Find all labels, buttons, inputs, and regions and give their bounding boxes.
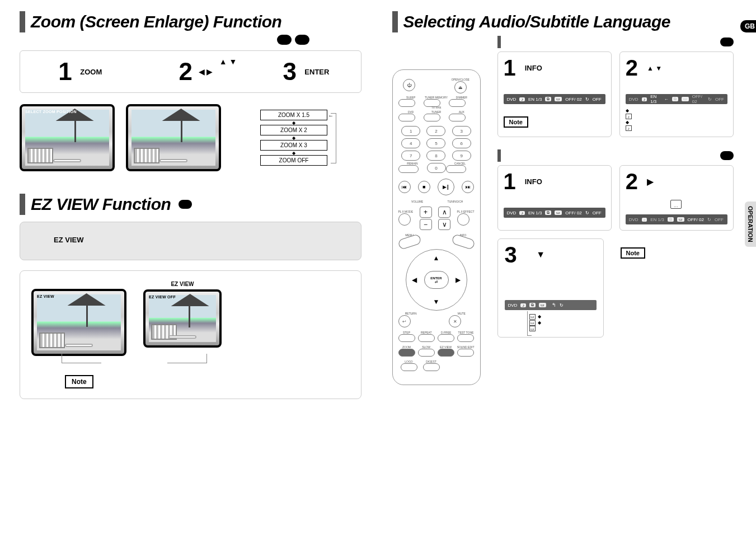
audio-step-2: 2 ▲ ▼ DVD ♪ EN 1/3 ← ⧉ ▭ OFF/ 02 [619, 51, 734, 137]
disc-icon [295, 35, 309, 45]
audio-icon: ♪ [519, 97, 525, 101]
repeat-icon: ↻ [585, 210, 589, 216]
arrows-horizontal-icon: ◀ ▶ [199, 67, 213, 76]
rc-label: RETURN [398, 312, 424, 315]
disc-icon [720, 38, 734, 46]
rc-label: TUNER MEMORY [424, 96, 449, 99]
return-button[interactable]: ↩ [398, 315, 411, 327]
volume-up-button[interactable]: + [420, 207, 432, 218]
rc-label: SLOW [418, 345, 435, 349]
play-pause-button[interactable]: ▶∥ [438, 179, 454, 195]
osd-bar: DVD ♪ EN 1/3 ← ⧉ ▭ OFF/ 02 ↻ OFF [626, 94, 727, 104]
rc-label: PL II MODE [398, 210, 414, 213]
tuning-up-button[interactable]: ∧ [438, 207, 450, 218]
heading-bar [392, 11, 398, 32]
rc-label: MUTE [449, 312, 474, 315]
rc-label: TV FAN [424, 106, 449, 109]
step-label-info: INFO [525, 177, 542, 186]
enter-button[interactable]: ENTER⏎ [424, 271, 449, 289]
angle-icon: ⧉ [545, 97, 551, 101]
ezview-section-heading: EZ VIEW Function [20, 194, 361, 215]
heading-bar [20, 11, 25, 32]
sleep-button[interactable] [398, 99, 415, 107]
power-button[interactable]: ⏻ [403, 79, 415, 91]
ezview-button[interactable] [438, 349, 454, 357]
osd-bar: DVD ♪ EN 1/3 ⧉ ▭ OFF/ 02 ↻ OFF [504, 94, 605, 104]
nav-down-button[interactable]: ▼ [430, 296, 443, 308]
rc-label: SOUND EDIT [457, 345, 475, 349]
num-5-button[interactable]: 5 [426, 138, 445, 148]
rc-label: STEP [398, 331, 415, 334]
num-3-button[interactable]: 3 [452, 126, 471, 136]
zoom-level-3: ZOOM X 3 [260, 140, 327, 151]
aux-button[interactable] [449, 114, 466, 121]
volume-down-button[interactable]: − [420, 219, 432, 230]
ezview-label: EZ VIEW [54, 236, 350, 244]
repeat-icon: ↻ [585, 97, 589, 102]
tv-screenshot-zoom-move [126, 104, 221, 171]
num-8-button[interactable]: 8 [426, 151, 445, 161]
plii-effect-button[interactable] [457, 213, 469, 226]
step-number: 1 [504, 169, 516, 194]
zoom-step-2: 2 ◀ ▶ ▲ ▼ [142, 58, 251, 86]
rc-label: PL II EFFECT [457, 210, 475, 213]
step-number: 1 [504, 55, 516, 81]
open-close-button[interactable]: ⏏ [454, 81, 467, 93]
step-button[interactable] [398, 334, 415, 342]
num-1-button[interactable]: 1 [401, 126, 420, 136]
loop-connector [331, 113, 336, 163]
zoom-button[interactable] [398, 349, 415, 357]
audio-icon: ♪ [642, 97, 647, 101]
zoom-step-1: 1 ZOOM [26, 58, 135, 86]
arrow-down-icon: ▼ [536, 250, 545, 260]
test-tone-button[interactable] [457, 334, 474, 342]
num-0-button[interactable]: 0 [427, 163, 446, 173]
dimmer-button[interactable] [449, 99, 466, 107]
loop-connector [527, 311, 532, 336]
subtitle-icon: ▭ [539, 303, 546, 307]
subtitle-icon-large: … [670, 200, 727, 209]
angle-icon: ⧉ [529, 303, 536, 307]
next-button[interactable]: ⏭ [462, 181, 474, 193]
ezview-caption-top: EZ VIEW [143, 281, 222, 287]
slow-button[interactable] [418, 349, 435, 357]
zoom-steps-row: 1 ZOOM 2 ◀ ▶ ▲ ▼ 3 ENTER [20, 50, 361, 93]
repeat-button[interactable] [418, 334, 435, 342]
zoom-level-list: ZOOM X 1.5← ◆ ZOOM X 2 ◆ ZOOM X 3 ◆ ZOOM… [260, 110, 327, 166]
cancel-button[interactable] [446, 165, 466, 173]
digest-button[interactable] [423, 363, 440, 371]
nav-right-button[interactable]: ▶ [452, 274, 464, 286]
logo-button[interactable] [401, 363, 417, 371]
tuner-button[interactable] [424, 114, 440, 121]
audio-section-heading: Selecting Audio/Subtitle Language [392, 11, 734, 32]
sound-edit-button[interactable] [457, 349, 474, 357]
step-number: 3 [505, 242, 517, 268]
remain-button[interactable] [398, 165, 419, 173]
disc-icon [720, 151, 734, 160]
num-9-button[interactable]: 9 [452, 151, 471, 161]
disc-icons-zoom [277, 35, 361, 45]
language-badge: GB [740, 20, 756, 32]
audio-step-1: 1 INFO DVD ♪ EN 1/3 ⧉ ▭ OFF/ 02 ↻ [497, 51, 612, 137]
stop-button[interactable]: ■ [418, 181, 430, 193]
mute-button[interactable]: ✕ [449, 315, 461, 327]
rc-label: TEST TONE [457, 331, 474, 334]
num-2-button[interactable]: 2 [426, 126, 445, 136]
plii-mode-button[interactable] [398, 213, 411, 226]
rc-label: ZOOM [398, 345, 415, 349]
nav-up-button[interactable]: ▲ [430, 252, 443, 264]
zoom-screenshots-row: SELECT ZOOM POSITION ZOOM X 1.5← ◆ ZOOM … [20, 104, 361, 171]
num-4-button[interactable]: 4 [401, 138, 420, 148]
nav-left-button[interactable]: ◀ [408, 274, 421, 286]
num-6-button[interactable]: 6 [452, 138, 471, 148]
dvd-button[interactable] [398, 114, 415, 121]
osd-bar: DVD ♪ EN 1/3 ⧉ ▭ OFF/ 02 ↻ OFF [504, 208, 605, 218]
prev-button[interactable]: ⏮ [398, 181, 411, 193]
ezview-block-main: EZ VIEW [20, 222, 361, 260]
step-number: 2 [626, 169, 638, 194]
audio-icon: ♪ [626, 114, 632, 119]
subtitle-step-2: 2 ▶ … DVD ♪ EN 1/3 ⧉ ▭ [619, 165, 734, 231]
dfree-button[interactable] [438, 334, 454, 342]
num-7-button[interactable]: 7 [401, 151, 420, 161]
tuning-down-button[interactable]: ∨ [438, 219, 450, 230]
